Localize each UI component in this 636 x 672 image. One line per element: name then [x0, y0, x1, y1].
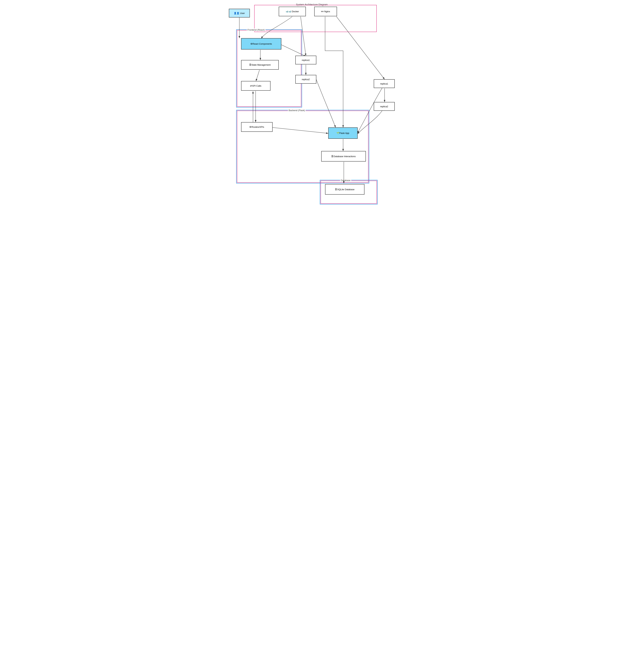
nginx-label: ≡ Nginx [322, 10, 330, 13]
react-components-node: ⚙ React Components [241, 38, 281, 50]
replica1-mid-label: replica1 [302, 59, 310, 61]
user-node: 👤 👤 User [229, 9, 250, 18]
db-interactions-node: 🗄 Database Interactions [321, 151, 366, 161]
routes-apis-label: Routes/APIs [252, 126, 264, 128]
docker-label: 🐋 Docker [289, 10, 299, 13]
nginx-node: ≡ ≡ Nginx [314, 7, 337, 16]
api-icon: ⇄ [250, 84, 252, 87]
db-interactions-icon: 🗄 [331, 155, 334, 158]
nginx-icon: ≡ [321, 10, 322, 13]
replica1-mid-node: replica1 [295, 56, 316, 64]
frontend-label: Frontend (React) [247, 28, 265, 31]
backend-label: Backend (Flask) [288, 109, 306, 112]
docker-icon: 🐋 [285, 10, 289, 13]
user-icon: 👤 [234, 12, 237, 15]
sqlite-node: 🗄 SQLite Database [325, 184, 364, 195]
database-label: Database [340, 179, 351, 182]
docker-node: 🐋 🐋 Docker [279, 7, 306, 16]
sqlite-label: SQLite Database [337, 188, 355, 191]
routes-apis-node: ⚙ Routes/APIs [241, 122, 273, 132]
replica2-mid-label: replica2 [302, 78, 310, 81]
flask-app-node: 🌱 Flask App [328, 127, 358, 139]
backend-region-pink: Backend (Flask) [237, 111, 369, 183]
db-interactions-label: Database Interactions [334, 155, 356, 158]
state-management-node: 🗄 State Management [241, 60, 279, 70]
routes-icon: ⚙ [249, 126, 252, 128]
replica2-right-node: replica2 [374, 102, 395, 111]
react-icon: ⚙ [251, 42, 253, 45]
flask-app-label: Flask App [339, 132, 349, 134]
replica1-right-label: replica1 [380, 82, 388, 85]
diagram-container: System Architecture Diagram Frontend (Re… [227, 2, 409, 194]
api-calls-node: ⇄ API Calls [241, 81, 271, 91]
react-components-label: React Components [253, 42, 272, 45]
user-label: 👤 User [237, 12, 245, 15]
sqlite-icon: 🗄 [335, 188, 337, 191]
replica1-right-node: replica1 [374, 79, 395, 88]
state-icon: 🗄 [249, 63, 252, 66]
state-management-label: State Management [252, 63, 271, 66]
flask-icon: 🌱 [336, 132, 339, 134]
api-calls-label: API Calls [252, 84, 261, 87]
replica2-mid-node: replica2 [295, 75, 316, 84]
replica2-right-label: replica2 [380, 105, 388, 108]
